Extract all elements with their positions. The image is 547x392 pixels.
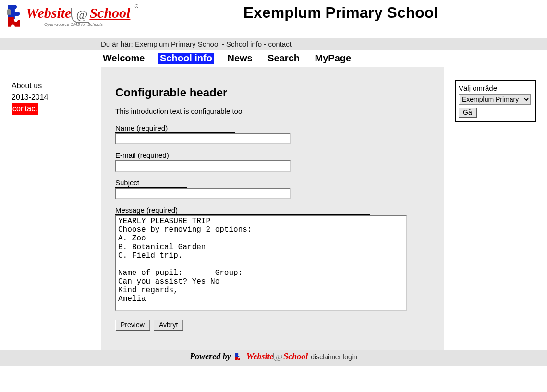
nav-school-info[interactable]: School info (158, 53, 214, 64)
logo-text: Website@School (26, 5, 130, 22)
page-header: Website@School Open-source CMS for Schoo… (0, 0, 547, 38)
content-intro: This introduction text is configurable t… (115, 107, 430, 115)
nav-search[interactable]: Search (266, 53, 302, 64)
nav-news[interactable]: News (225, 53, 254, 64)
preview-button[interactable]: Preview (115, 320, 150, 330)
breadcrumb-prefix: Du är här: (101, 40, 135, 48)
logo-subtitle: Open-source CMS for Schools (44, 22, 103, 27)
nav-welcome[interactable]: Welcome (101, 53, 146, 64)
footer-logo[interactable]: Website@School (246, 352, 308, 362)
breadcrumb-path: Exemplum Primary School - School info - … (135, 40, 292, 48)
sidebar: About us 2013-2014 contact (0, 67, 101, 115)
powered-by-label: Powered by (190, 352, 231, 362)
disclaimer-link[interactable]: disclaimer (311, 353, 341, 361)
content-header: Configurable header (115, 86, 430, 99)
sidebar-item-about-us[interactable]: About us (12, 80, 101, 92)
site-logo[interactable]: Website@School Open-source CMS for Schoo… (4, 1, 138, 34)
registered-mark-icon: ® (135, 4, 138, 9)
message-textarea[interactable] (115, 215, 407, 311)
email-label: E-mail (required) (115, 151, 236, 160)
main-nav: Welcome School info News Search MyPage (0, 50, 547, 67)
message-label: Message (required) (115, 206, 370, 215)
name-input[interactable] (115, 133, 291, 144)
area-select-label: Välj område (459, 84, 533, 92)
name-label: Name (required) (115, 124, 235, 133)
cancel-button[interactable]: Avbryt (154, 320, 183, 330)
puzzle-icon (6, 3, 26, 31)
site-title: Exemplum Primary School (138, 1, 543, 22)
breadcrumb: Du är här: Exemplum Primary School - Sch… (0, 38, 547, 50)
content-card: Configurable header This introduction te… (101, 67, 444, 350)
subject-label: Subject (115, 178, 187, 188)
area-select[interactable]: Exemplum Primary (459, 94, 531, 105)
area-select-box: Välj område Exemplum Primary Gå (455, 80, 536, 122)
footer-puzzle-icon (234, 352, 243, 361)
sidebar-item-2013-2014[interactable]: 2013-2014 (12, 92, 101, 103)
sidebar-item-contact[interactable]: contact (12, 103, 38, 115)
nav-mypage[interactable]: MyPage (313, 53, 353, 64)
subject-input[interactable] (115, 188, 291, 199)
right-column: Välj område Exemplum Primary Gå (444, 67, 547, 122)
go-button[interactable]: Gå (459, 107, 476, 117)
page-footer: Powered by Website@School disclaimer log… (0, 350, 547, 366)
login-link[interactable]: login (343, 353, 357, 361)
email-input[interactable] (115, 160, 291, 172)
